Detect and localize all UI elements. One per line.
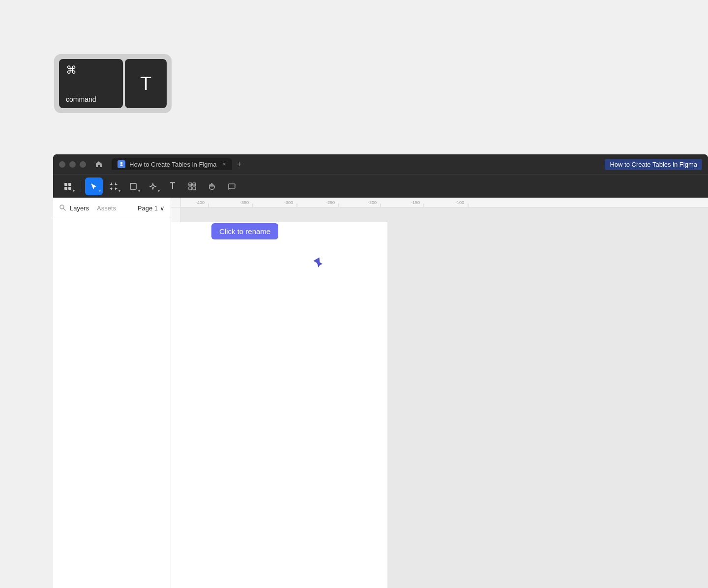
home-button[interactable] (92, 157, 106, 171)
keyboard-shortcut-display: ⌘ command T (54, 54, 172, 113)
page-selector[interactable]: Page 1 ∨ (138, 205, 165, 212)
canvas-title[interactable]: How to Create Tables in Figma (605, 159, 702, 170)
svg-text:-150: -150 (411, 200, 420, 205)
click-to-rename-tooltip: Click to rename (211, 223, 278, 239)
frame-tool-button[interactable]: ▾ (105, 177, 122, 195)
assets-tab[interactable]: Assets (97, 205, 116, 212)
sidebar-content (53, 219, 171, 588)
command-key: ⌘ command (59, 59, 123, 108)
canvas-page (171, 222, 387, 588)
canvas-content[interactable]: Click to rename (181, 207, 708, 588)
canvas-area[interactable]: -400 -350 -300 -250 -200 -150 -100 (171, 198, 708, 588)
svg-point-10 (60, 205, 64, 209)
tool-group-select: ▾ (85, 177, 103, 195)
close-window-button[interactable] (59, 161, 65, 168)
command-label: command (66, 95, 96, 103)
tool-group-component: ▾ (59, 177, 77, 195)
tool-group-hand (203, 177, 221, 195)
shape-dropdown-arrow: ▾ (138, 189, 140, 193)
svg-rect-4 (130, 183, 136, 189)
title-bar: How to Create Tables in Figma × + How to… (53, 154, 708, 174)
page-name: Page 1 (138, 205, 158, 212)
svg-rect-8 (193, 187, 196, 190)
select-dropdown-arrow: ▾ (99, 189, 101, 193)
svg-rect-2 (64, 187, 67, 190)
left-sidebar: Layers Assets Page 1 ∨ (53, 198, 171, 588)
svg-text:-350: -350 (240, 200, 249, 205)
ruler-corner (171, 198, 181, 207)
new-tab-button[interactable]: + (234, 159, 245, 170)
shape-tool-button[interactable]: ▾ (124, 177, 142, 195)
toolbar-divider-1 (81, 180, 81, 192)
tool-group-text: T (164, 177, 181, 195)
sidebar-header: Layers Assets Page 1 ∨ (53, 198, 171, 219)
active-tab[interactable]: How to Create Tables in Figma × (112, 158, 232, 170)
t-label: T (140, 73, 151, 94)
svg-text:-250: -250 (326, 200, 335, 205)
main-area: Layers Assets Page 1 ∨ -400 -350 (53, 198, 708, 588)
horizontal-ruler: -400 -350 -300 -250 -200 -150 -100 (181, 198, 708, 207)
figma-window: How to Create Tables in Figma × + How to… (53, 154, 708, 588)
svg-text:-300: -300 (284, 200, 293, 205)
t-key: T (125, 59, 167, 108)
svg-text:-400: -400 (196, 200, 205, 205)
svg-rect-7 (189, 187, 192, 190)
pen-dropdown-arrow: ▾ (158, 189, 160, 193)
svg-rect-1 (68, 183, 71, 186)
svg-text:-200: -200 (368, 200, 377, 205)
layers-tab[interactable]: Layers (70, 205, 89, 212)
command-icon: ⌘ (66, 64, 77, 77)
tab-label: How to Create Tables in Figma (129, 161, 217, 168)
window-controls (59, 161, 86, 168)
tool-group-comment (223, 177, 240, 195)
component-dropdown-arrow: ▾ (73, 189, 75, 193)
tool-group-frame: ▾ (105, 177, 122, 195)
component-tool-button[interactable]: ▾ (59, 177, 77, 195)
frame-dropdown-arrow: ▾ (118, 189, 120, 193)
svg-rect-0 (64, 183, 67, 186)
tool-group-layout (183, 177, 201, 195)
minimize-window-button[interactable] (69, 161, 76, 168)
hand-tool-button[interactable] (203, 177, 221, 195)
text-tool-button[interactable]: T (164, 177, 181, 195)
tab-figma-icon (118, 160, 125, 168)
sidebar-tabs: Layers Assets (70, 205, 116, 212)
toolbar: ▾ ▾ ▾ ▾ (53, 174, 708, 198)
tool-group-pen: ▾ (144, 177, 162, 195)
comment-tool-button[interactable] (223, 177, 240, 195)
tab-close-button[interactable]: × (223, 161, 226, 168)
tab-bar: How to Create Tables in Figma × + (112, 158, 245, 170)
tool-group-shape: ▾ (124, 177, 142, 195)
svg-line-11 (64, 209, 66, 211)
svg-text:-100: -100 (455, 200, 464, 205)
select-tool-button[interactable]: ▾ (85, 177, 103, 195)
svg-rect-3 (68, 187, 71, 190)
search-icon[interactable] (59, 204, 66, 212)
layout-tool-button[interactable] (183, 177, 201, 195)
maximize-window-button[interactable] (80, 161, 86, 168)
pen-tool-button[interactable]: ▾ (144, 177, 162, 195)
page-chevron-icon: ∨ (160, 205, 165, 212)
